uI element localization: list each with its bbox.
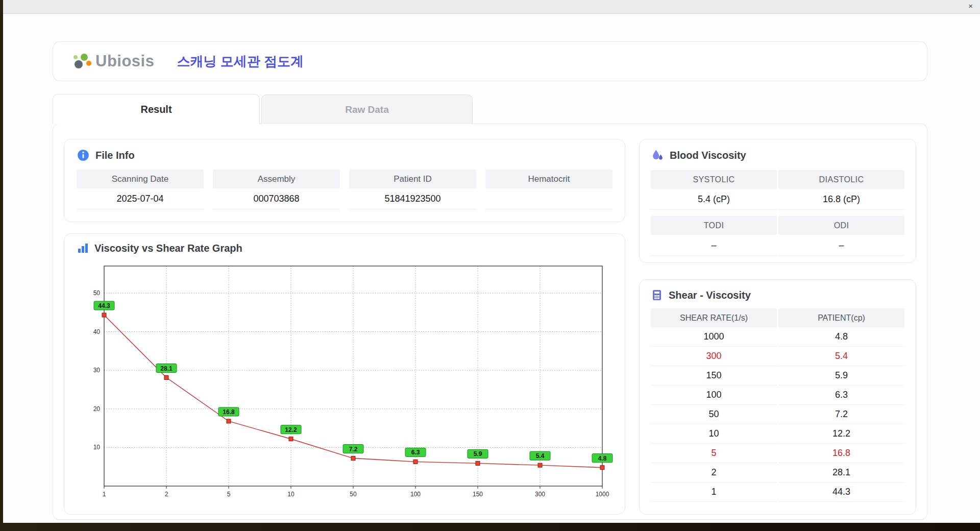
graph-title: Viscosity vs Shear Rate Graph [94, 243, 242, 254]
tab-raw-data[interactable]: Raw Data [261, 94, 473, 124]
window-titlebar: × [3, 0, 980, 14]
blood-viscosity-card: Blood Viscosity SYSTOLICDIASTOLIC5.4 (cP… [639, 139, 916, 263]
close-icon[interactable]: × [968, 2, 973, 10]
svg-text:150: 150 [473, 491, 483, 498]
svg-text:20: 20 [93, 405, 101, 413]
svg-text:1000: 1000 [596, 491, 609, 498]
spacer [651, 210, 904, 216]
bv-value-systolic: 5.4 (cP) [651, 189, 777, 210]
page-title: 스캐닝 모세관 점도계 [177, 53, 303, 70]
file-info-card: File Info Scanning Date2025-07-04Assembl… [64, 139, 625, 222]
field-label: Assembly [213, 170, 340, 188]
patient-viscosity-cell: 28.1 [778, 463, 904, 482]
svg-text:30: 30 [93, 367, 101, 374]
svg-text:40: 40 [93, 328, 101, 335]
bv-value-row: –– [651, 235, 904, 256]
shear-viscosity-card: Shear - Viscosity SHEAR RATE(1/s)PATIENT… [639, 279, 916, 515]
svg-text:6.3: 6.3 [411, 449, 420, 456]
table-row: 516.8 [651, 444, 904, 463]
svg-text:44.3: 44.3 [98, 302, 110, 309]
field-label: Hematocrit [485, 170, 612, 188]
shear-viscosity-title: Shear - Viscosity [669, 289, 751, 301]
shear-rate-cell: 10 [651, 424, 777, 444]
file-field-hematocrit: Hematocrit [485, 170, 612, 209]
bv-header-row: TODIODI [651, 216, 904, 235]
table-row: 144.3 [651, 482, 904, 502]
patient-viscosity-cell: 16.8 [778, 444, 904, 463]
patient-viscosity-cell: 4.8 [778, 327, 904, 347]
shear-rate-cell: 300 [651, 347, 777, 366]
field-value: 51841923500 [349, 188, 476, 209]
field-value: 2025-07-04 [77, 188, 204, 209]
viscosity-chart: 10203040501251050100150300100044.328.116… [77, 258, 620, 500]
table-header-row: SHEAR RATE(1/s)PATIENT(cp) [651, 308, 904, 327]
app-window: × Ubiosis 스캐닝 모세관 점도계 ResultRaw Data [3, 0, 980, 523]
bv-value-todi: – [651, 235, 777, 256]
svg-text:12.2: 12.2 [285, 426, 297, 433]
bv-header-todi: TODI [651, 216, 777, 235]
svg-text:4.8: 4.8 [598, 455, 607, 462]
patient-viscosity-cell: 44.3 [778, 482, 904, 502]
file-field-patient-id: Patient ID51841923500 [349, 170, 476, 209]
table-row: 3005.4 [651, 347, 904, 366]
field-value [485, 188, 612, 209]
column-header-patient-cp: PATIENT(cp) [778, 308, 904, 327]
svg-text:300: 300 [535, 491, 545, 498]
shear-rate-cell: 100 [651, 385, 777, 405]
svg-text:7.2: 7.2 [349, 446, 358, 453]
file-info-fields: Scanning Date2025-07-04Assembly000703868… [77, 170, 612, 209]
water-drop-icon [651, 149, 664, 162]
shear-viscosity-table: SHEAR RATE(1/s)PATIENT(cp)10004.83005.41… [651, 308, 904, 502]
file-field-scanning-date: Scanning Date2025-07-04 [77, 170, 204, 209]
blood-viscosity-title: Blood Viscosity [670, 150, 746, 161]
bar-chart-icon [77, 242, 89, 254]
column-header-shear-rate-1-s: SHEAR RATE(1/s) [651, 308, 777, 327]
table-row: 1012.2 [651, 424, 904, 444]
svg-text:28.1: 28.1 [160, 365, 173, 372]
table-row: 1505.9 [651, 366, 904, 385]
file-info-title-row: File Info [77, 149, 612, 162]
bv-value-diastolic: 16.8 (cP) [778, 189, 904, 210]
blood-viscosity-title-row: Blood Viscosity [651, 149, 904, 162]
app-header-card: Ubiosis 스캐닝 모세관 점도계 [53, 41, 927, 81]
shear-rate-cell: 5 [651, 444, 777, 463]
field-value: 000703868 [213, 188, 340, 209]
table-row: 228.1 [651, 463, 904, 482]
svg-text:16.8: 16.8 [223, 408, 235, 416]
bv-header-odi: ODI [778, 216, 904, 235]
blood-viscosity-grid: SYSTOLICDIASTOLIC5.4 (cP)16.8 (cP)TODIOD… [651, 170, 904, 256]
ubiosis-logo: Ubiosis [72, 51, 154, 72]
svg-text:1: 1 [103, 491, 106, 498]
viscosity-graph-card: Viscosity vs Shear Rate Graph 1020304050… [64, 233, 625, 515]
table-row: 10004.8 [651, 327, 904, 347]
shear-rate-cell: 50 [651, 405, 777, 424]
svg-text:10: 10 [287, 491, 295, 498]
svg-text:5.9: 5.9 [474, 450, 482, 457]
svg-text:5: 5 [227, 491, 231, 498]
patient-viscosity-cell: 12.2 [778, 424, 904, 444]
shear-rate-cell: 2 [651, 463, 777, 482]
info-icon [77, 149, 90, 162]
table-row: 1006.3 [651, 385, 904, 405]
patient-viscosity-cell: 5.4 [778, 347, 904, 366]
svg-text:50: 50 [93, 289, 101, 297]
svg-text:5.4: 5.4 [536, 452, 545, 460]
patient-viscosity-cell: 6.3 [778, 385, 904, 405]
svg-text:100: 100 [410, 491, 421, 498]
table-row: 507.2 [651, 405, 904, 424]
logo-text: Ubiosis [95, 52, 154, 70]
patient-viscosity-cell: 7.2 [778, 405, 904, 424]
shear-rate-cell: 150 [651, 366, 777, 385]
bv-header-systolic: SYSTOLIC [651, 170, 777, 189]
calculator-icon [651, 289, 663, 301]
bv-value-odi: – [778, 235, 904, 256]
shear-rate-cell: 1 [651, 482, 777, 502]
shear-rate-cell: 1000 [651, 327, 777, 347]
svg-text:2: 2 [165, 491, 168, 498]
ubiosis-logo-mark-icon [72, 51, 94, 72]
tab-result[interactable]: Result [53, 94, 260, 124]
bv-header-diastolic: DIASTOLIC [778, 170, 904, 189]
field-label: Patient ID [349, 170, 476, 188]
bv-header-row: SYSTOLICDIASTOLIC [651, 170, 904, 189]
file-info-title: File Info [95, 150, 135, 161]
